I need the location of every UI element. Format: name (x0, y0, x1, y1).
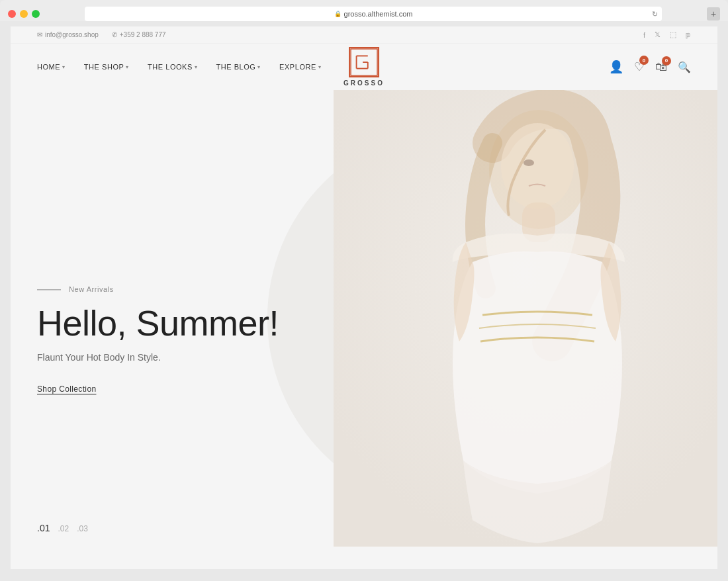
logo-text: GROSSO (343, 79, 385, 87)
phone-info: ✆ +359 2 888 777 (112, 31, 166, 38)
nav-item-blog[interactable]: THE BLOG ▾ (216, 63, 261, 71)
hero-title: Hello, Summer! (37, 304, 279, 343)
phone-text: +359 2 888 777 (120, 31, 166, 38)
nav-item-explore[interactable]: EXPLORE ▾ (279, 63, 321, 71)
pinterest-icon[interactable]: 𝕡 (686, 30, 691, 39)
wishlist-icon[interactable]: ♡ 0 (634, 60, 645, 74)
tag-line-text: New Arrivals (69, 285, 114, 293)
traffic-lights (8, 10, 40, 18)
info-bar: ✉ info@grosso.shop ✆ +359 2 888 777 f 𝕏 … (11, 26, 717, 44)
instagram-icon[interactable]: ⬚ (670, 30, 676, 39)
slide-indicators: .01 .02 .03 (37, 523, 88, 533)
website-content: ✉ info@grosso.shop ✆ +359 2 888 777 f 𝕏 … (11, 26, 717, 569)
svg-point-8 (501, 123, 574, 209)
address-bar[interactable]: 🔒 grosso.althemist.com ↻ (85, 7, 662, 21)
email-info: ✉ info@grosso.shop (37, 31, 99, 38)
cart-badge: 0 (662, 56, 671, 66)
nav-left: HOME ▾ THE SHOP ▾ THE LOOKS ▾ THE BLOG ▾… (37, 63, 321, 71)
wishlist-badge: 0 (639, 56, 649, 65)
chevron-down-icon: ▾ (62, 64, 66, 70)
facebook-icon[interactable]: f (643, 31, 645, 39)
lock-icon: 🔒 (334, 11, 341, 17)
slide-indicator-2[interactable]: .02 (58, 524, 69, 533)
url-text: grosso.althemist.com (344, 10, 413, 18)
search-icon[interactable]: 🔍 (678, 61, 691, 73)
model-background (334, 90, 717, 547)
chevron-down-icon: ▾ (126, 64, 129, 70)
info-bar-left: ✉ info@grosso.shop ✆ +359 2 888 777 (37, 31, 166, 38)
maximize-button[interactable] (32, 10, 40, 18)
model-image-area (334, 90, 717, 547)
social-icons: f 𝕏 ⬚ 𝕡 (643, 30, 691, 39)
browser-chrome: 🔒 grosso.althemist.com ↻ + (0, 0, 728, 21)
svg-point-10 (523, 159, 534, 166)
slide-indicator-1[interactable]: .01 (37, 523, 50, 533)
phone-icon: ✆ (112, 31, 117, 38)
shop-collection-link[interactable]: Shop Collection (37, 385, 96, 394)
nav-right: 👤 ♡ 0 🛍 0 🔍 (609, 60, 691, 74)
nav-item-home[interactable]: HOME ▾ (37, 63, 66, 71)
address-bar-content: 🔒 grosso.althemist.com (334, 10, 413, 18)
chevron-down-icon: ▾ (318, 64, 322, 70)
nav-item-looks[interactable]: THE LOOKS ▾ (148, 63, 197, 71)
logo-icon (349, 47, 379, 77)
hero-section: New Arrivals Hello, Summer! Flaunt Your … (11, 90, 717, 547)
twitter-icon[interactable]: 𝕏 (655, 30, 660, 39)
hero-subtitle: Flaunt Your Hot Body In Style. (37, 353, 279, 363)
model-illustration (334, 90, 717, 547)
slide-indicator-3[interactable]: .03 (77, 524, 88, 533)
email-icon: ✉ (37, 31, 42, 38)
label-line (37, 289, 61, 290)
cart-icon[interactable]: 🛍 0 (655, 60, 667, 74)
logo[interactable]: GROSSO (343, 47, 385, 87)
close-button[interactable] (8, 10, 16, 18)
hero-content: New Arrivals Hello, Summer! Flaunt Your … (37, 285, 279, 394)
main-nav: HOME ▾ THE SHOP ▾ THE LOOKS ▾ THE BLOG ▾… (11, 44, 717, 90)
chevron-down-icon: ▾ (257, 64, 261, 70)
chevron-down-icon: ▾ (195, 64, 198, 70)
logo-svg (350, 48, 378, 77)
email-text: info@grosso.shop (45, 31, 99, 38)
account-icon[interactable]: 👤 (609, 60, 623, 74)
new-tab-button[interactable]: + (707, 7, 720, 21)
refresh-button[interactable]: ↻ (652, 10, 658, 19)
new-arrivals-label: New Arrivals (37, 285, 279, 293)
minimize-button[interactable] (20, 10, 28, 18)
nav-item-shop[interactable]: THE SHOP ▾ (84, 63, 129, 71)
